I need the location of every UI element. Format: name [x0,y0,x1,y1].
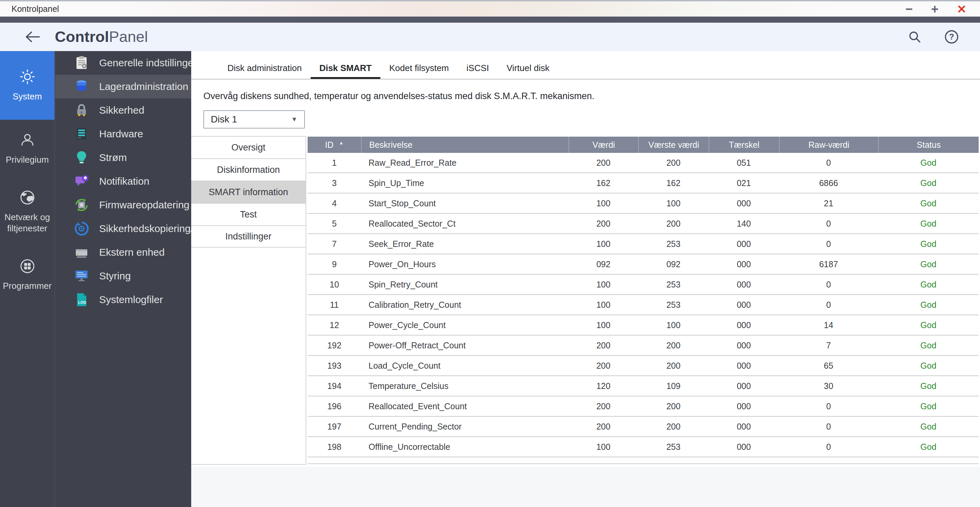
column-header-id[interactable]: ID▲ [308,137,361,153]
tab-kodet-filsystem[interactable]: Kodet filsystem [380,63,458,79]
table-cell: Current_Pending_Sector [361,417,568,436]
sidebar-item-label: Netværk og filtjenester [2,212,52,234]
table-cell: 100 [638,194,709,213]
table-cell: 0 [779,295,878,315]
sidebar-item-applications[interactable]: Programmer [0,246,54,304]
category-item-control[interactable]: Styring [55,264,191,288]
disk-select[interactable]: Disk 1 ▼ [204,110,305,129]
tab-disk-administration[interactable]: Disk administration [219,63,311,79]
sort-asc-icon: ▲ [339,140,344,145]
table-row[interactable]: 193Load_Cycle_Count20020000065God [308,356,978,376]
table-cell: 000 [709,315,779,335]
status-cell: God [878,376,978,396]
table-cell: 198 [308,437,361,457]
table-cell: 162 [568,173,638,193]
table-row[interactable]: 7Seek_Error_Rate1002530000God [308,234,978,254]
section-diskinformation[interactable]: Diskinformation [191,158,305,181]
category-item-storage[interactable]: Lageradministration [55,75,191,99]
table-cell: 194 [308,376,361,396]
table-cell: 000 [709,194,779,213]
tab-virtuel-disk[interactable]: Virtuel disk [498,63,558,79]
table-cell: Reallocated_Event_Count [361,396,568,416]
category-item-external[interactable]: Ekstern enhed [55,240,191,264]
table-cell: 100 [568,295,638,315]
table-row[interactable]: 194Temperature_Celsius12010900030God [308,376,978,396]
smart-table: ID▲BeskrivelseVærdiVærste værdiTærskelRa… [308,137,978,464]
column-header-beskrivelse[interactable]: Beskrivelse [361,137,568,153]
back-button[interactable] [25,31,41,43]
table-cell: 000 [709,234,779,254]
tab-iscsi[interactable]: iSCSI [458,63,498,79]
table-cell: 7 [779,335,878,355]
table-cell: 6187 [779,254,878,274]
sidebar-item-privilege[interactable]: Privilegium [0,120,54,178]
status-cell: God [878,417,978,436]
window-controls: − + ✕ [905,2,966,17]
table-cell: 10 [308,275,361,294]
table-row[interactable]: 4Start_Stop_Count10010000021God [308,194,978,214]
sidebar-item-label: Privilegium [6,154,49,165]
main-sidebar: SystemPrivilegiumNetværk og filtjenester… [0,51,55,507]
table-row[interactable]: 196Reallocated_Event_Count2002000000God [308,396,978,417]
table-row[interactable]: 197Current_Pending_Sector2002000000God [308,417,978,437]
category-item-label: Systemlogfiler [99,294,163,305]
section-test[interactable]: Test [191,203,305,225]
smart-table-body: 1Raw_Read_Error_Rate2002000510God3Spin_U… [308,153,978,457]
table-cell: 1 [308,153,361,173]
category-item-backup[interactable]: Sikkerhedskopiering/Gen... [55,217,191,240]
category-item-logs[interactable]: LOGSystemlogfiler [55,288,191,312]
table-row[interactable]: 192Power-Off_Retract_Count2002000007God [308,335,978,356]
table-cell: 200 [638,214,709,234]
column-header-raw-værdi[interactable]: Raw-værdi [779,137,878,153]
table-row[interactable]: 3Spin_Up_Time1621620216866God [308,173,978,194]
sidebar-item-network[interactable]: Netværk og filtjenester [0,177,54,246]
header-icons: ? [908,29,959,44]
category-item-hardware[interactable]: Hardware [55,122,191,146]
chip-icon [74,197,89,212]
category-item-firmware[interactable]: Firmwareopdatering [55,193,191,217]
table-cell: 120 [568,376,638,396]
column-header-tærskel[interactable]: Tærskel [709,137,779,153]
search-icon[interactable] [908,30,922,44]
status-cell: God [878,315,978,335]
control-panel-window: Kontrolpanel − + ✕ ControlPanel ? System… [0,0,980,507]
maximize-button[interactable]: + [931,3,939,16]
table-cell: 140 [709,214,779,234]
column-header-værdi[interactable]: Værdi [568,137,638,153]
table-cell: 253 [638,234,709,254]
category-item-power[interactable]: Strøm [55,146,191,170]
table-row[interactable]: 198Offline_Uncorrectable1002530000God [308,437,978,457]
gear-icon [19,69,35,86]
status-cell: God [878,173,978,193]
category-sidebar: Generelle indstillingerLageradministrati… [55,51,191,507]
table-cell: 100 [568,437,638,457]
table-cell: 0 [779,234,878,254]
table-cell: 000 [709,295,779,315]
table-row[interactable]: 11Calibration_Retry_Count1002530000God [308,295,978,315]
category-item-notification[interactable]: Notifikation [55,170,191,193]
category-item-security[interactable]: Sikkerhed [55,99,191,122]
table-cell: 000 [709,437,779,457]
table-cell: 5 [308,214,361,234]
column-header-status[interactable]: Status [878,137,978,153]
section-oversigt[interactable]: Oversigt [191,136,305,158]
table-cell: 000 [709,275,779,294]
table-row[interactable]: 5Reallocated_Sector_Ct2002001400God [308,214,978,234]
table-row[interactable]: 9Power_On_Hours0920920006187God [308,254,978,275]
column-header-værste-værdi[interactable]: Værste værdi [638,137,709,153]
minimize-button[interactable]: − [905,3,913,16]
section-indstillinger[interactable]: Indstillinger [191,225,305,248]
sidebar-item-system[interactable]: System [0,51,54,120]
tab-disk-smart[interactable]: Disk SMART [311,63,381,79]
table-cell: 000 [709,396,779,416]
category-item-general[interactable]: Generelle indstillinger [55,51,191,75]
close-button[interactable]: ✕ [957,3,967,15]
section-smart-information[interactable]: SMART information [191,181,305,203]
table-row[interactable]: 12Power_Cycle_Count10010000014God [308,315,978,335]
table-cell: 4 [308,194,361,213]
monitor-icon [74,269,89,283]
person-icon [19,132,35,149]
help-icon[interactable]: ? [944,29,959,44]
table-row[interactable]: 1Raw_Read_Error_Rate2002000510God [308,153,978,173]
table-row[interactable]: 10Spin_Retry_Count1002530000God [308,275,978,295]
